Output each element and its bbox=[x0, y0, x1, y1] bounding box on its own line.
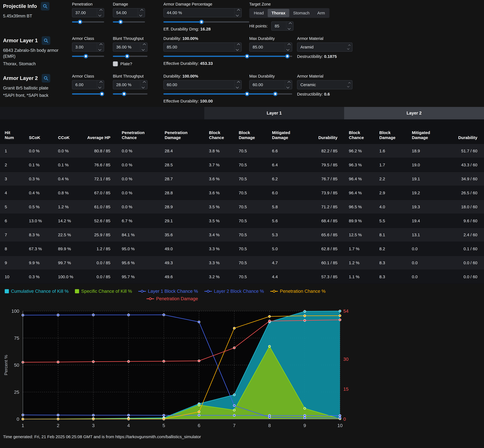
damage-input[interactable]: 54.00 bbox=[113, 8, 145, 17]
increment-button[interactable] bbox=[140, 80, 147, 85]
table-row-hit-4: 40.4 %0.8 %67.0 / 850.0 %28.83.6 %70.56.… bbox=[0, 186, 484, 200]
slider-track[interactable] bbox=[163, 93, 249, 95]
legend-layer-1-block-chance[interactable]: Layer 1 Block Chance % bbox=[138, 288, 198, 294]
increment-button[interactable] bbox=[234, 80, 241, 85]
slider-thumb[interactable] bbox=[285, 54, 290, 58]
plate-checkbox[interactable] bbox=[113, 61, 118, 66]
decrement-button[interactable] bbox=[234, 47, 241, 52]
table-cell: 13.1 bbox=[407, 228, 449, 242]
layer2-armor-class-input[interactable]: 6.00 bbox=[72, 80, 104, 89]
legend-layer-2-block-chance[interactable]: Layer 2 Block Chance % bbox=[204, 288, 264, 294]
layer1-armor-class-slider[interactable] bbox=[72, 54, 104, 59]
slider-track[interactable] bbox=[113, 56, 148, 57]
table-cell: 70.5 bbox=[234, 256, 267, 270]
armor-damage-pct-input[interactable]: 44.00 % bbox=[163, 8, 242, 17]
slider-thumb[interactable] bbox=[84, 54, 88, 58]
slider-thumb[interactable] bbox=[78, 20, 82, 24]
svg-text:2: 2 bbox=[57, 423, 59, 428]
armor-layer-1-search-button[interactable] bbox=[42, 36, 50, 45]
decrement-button[interactable] bbox=[285, 85, 292, 89]
slider-thumb[interactable] bbox=[125, 54, 129, 58]
decrement-button[interactable] bbox=[140, 85, 147, 89]
armor-layer-2-search-button[interactable] bbox=[42, 74, 50, 82]
slider-thumb[interactable] bbox=[100, 92, 104, 96]
slider-thumb[interactable] bbox=[199, 20, 204, 24]
layer2-blunt-input[interactable]: 28.00 % bbox=[113, 80, 148, 89]
col-header-block-damage-11: BlockDamage bbox=[375, 119, 407, 144]
layer1-durability-input[interactable]: 85.00 bbox=[163, 42, 242, 52]
slider-thumb[interactable] bbox=[245, 92, 249, 96]
layer2-blunt-slider[interactable] bbox=[113, 92, 148, 96]
table-cell: 28.7 bbox=[160, 172, 204, 186]
layer1-durability-slider[interactable] bbox=[163, 54, 249, 59]
layer1-material-control: Armor Material Aramid Destructibility: 0… bbox=[297, 36, 357, 59]
penetration-slider[interactable] bbox=[72, 20, 104, 24]
layer2-max-durability-input[interactable]: 60.00 bbox=[249, 80, 292, 89]
decrement-button[interactable] bbox=[97, 85, 104, 89]
increment-button[interactable] bbox=[97, 43, 104, 47]
legend-cumulative-chance-of-kill[interactable]: Cumulative Chance of Kill % bbox=[5, 288, 69, 294]
table-group-header: Layer 1 Layer 2 bbox=[0, 107, 484, 119]
col-header-penetration-damage-5: PenetrationDamage bbox=[160, 119, 204, 144]
slider-thumb[interactable] bbox=[273, 92, 278, 96]
layer1-blunt-slider[interactable] bbox=[113, 54, 148, 59]
table-cell: 4.4 bbox=[267, 270, 310, 284]
target-zone-thorax[interactable]: Thorax bbox=[268, 9, 289, 17]
increment-button[interactable] bbox=[138, 8, 145, 13]
increment-button[interactable] bbox=[234, 43, 241, 47]
decrement-button[interactable] bbox=[97, 13, 104, 17]
legend-penetration-damage[interactable]: Penetration Damage bbox=[147, 296, 198, 301]
slider-track[interactable] bbox=[72, 93, 104, 95]
increment-button[interactable] bbox=[97, 80, 104, 85]
increment-button[interactable] bbox=[140, 43, 147, 47]
damage-slider[interactable] bbox=[113, 20, 145, 24]
layer2-material-select[interactable]: Ceramic bbox=[297, 80, 352, 89]
legend-penetration-chance[interactable]: Penetration Chance % bbox=[270, 288, 325, 294]
slider-track[interactable] bbox=[113, 93, 148, 95]
decrement-button[interactable] bbox=[97, 47, 104, 52]
layer2-durability-slider[interactable] bbox=[163, 92, 249, 96]
slider-thumb[interactable] bbox=[122, 92, 126, 96]
layer1-max-durability-input[interactable]: 85.00 bbox=[249, 42, 292, 52]
decrement-button[interactable] bbox=[138, 13, 145, 17]
target-zone-head[interactable]: Head bbox=[250, 9, 268, 17]
layer2-armor-class-slider[interactable] bbox=[72, 92, 104, 96]
target-zone-arm[interactable]: Arm bbox=[313, 9, 329, 17]
layer1-material-select[interactable]: Aramid bbox=[297, 42, 352, 52]
slider-track[interactable] bbox=[113, 21, 145, 23]
increment-button[interactable] bbox=[285, 80, 292, 85]
layer2-effective-durability: Effective Durability: 100.00 bbox=[163, 99, 249, 104]
table-row-hit-1: 10.0 %0.0 %80.8 / 850.0 %28.43.8 %70.56.… bbox=[0, 144, 484, 158]
slider-track[interactable] bbox=[72, 56, 104, 57]
layer1-max-durability-slider[interactable] bbox=[249, 54, 292, 59]
increment-button[interactable] bbox=[286, 22, 293, 26]
layer2-max-durability-control: Max Durability 60.00 bbox=[249, 74, 297, 96]
layer2-max-durability-slider[interactable] bbox=[249, 92, 292, 96]
slider-track[interactable] bbox=[163, 21, 249, 23]
decrement-button[interactable] bbox=[234, 85, 241, 89]
slider-track[interactable] bbox=[163, 56, 249, 57]
target-zone-stomach[interactable]: Stomach bbox=[289, 9, 313, 17]
decrement-button[interactable] bbox=[286, 26, 293, 31]
svg-text:6: 6 bbox=[198, 423, 200, 428]
hit-points-input[interactable]: 85 bbox=[271, 22, 294, 31]
slider-thumb[interactable] bbox=[119, 20, 123, 24]
decrement-button[interactable] bbox=[140, 47, 147, 52]
layer1-blunt-input[interactable]: 36.00 % bbox=[113, 42, 148, 52]
penetration-input[interactable]: 37.00 bbox=[72, 8, 104, 17]
slider-track[interactable] bbox=[249, 93, 292, 95]
layer1-armor-class-input[interactable]: 3.00 bbox=[72, 42, 104, 52]
decrement-button[interactable] bbox=[234, 13, 241, 17]
legend-specific-chance-of-kill[interactable]: Specific Chance of Kill % bbox=[75, 288, 132, 294]
slider-thumb[interactable] bbox=[245, 54, 249, 58]
increment-button[interactable] bbox=[285, 43, 292, 47]
armor-damage-pct-slider[interactable] bbox=[163, 20, 249, 24]
layer2-durability-input[interactable]: 60.00 bbox=[163, 80, 242, 89]
increment-button[interactable] bbox=[234, 8, 241, 13]
layer1-max-durability-control: Max Durability 85.00 bbox=[249, 36, 297, 59]
increment-button[interactable] bbox=[97, 8, 104, 13]
projectile-search-button[interactable] bbox=[41, 2, 49, 10]
decrement-button[interactable] bbox=[285, 47, 292, 52]
slider-track[interactable] bbox=[72, 21, 104, 23]
table-cell: 5.5 bbox=[375, 214, 407, 228]
